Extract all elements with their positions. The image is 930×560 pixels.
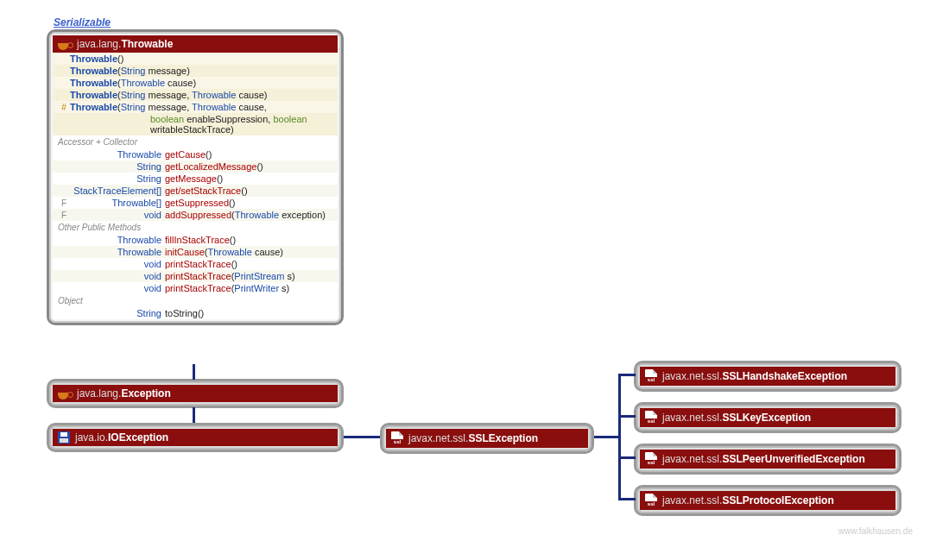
ssl-doc-icon [645, 369, 657, 383]
connector [618, 498, 636, 500]
connector [344, 436, 380, 438]
class-header-throwable: java.lang.Throwable [53, 35, 338, 53]
class-sslexception: javax.net.ssl.SSLException [380, 423, 594, 454]
class-sslkeyexception: javax.net.ssl.SSLKeyException [634, 402, 902, 433]
connector [618, 374, 621, 500]
watermark: www.falkhausen.de [838, 526, 913, 536]
class-sslpeerunverifiedexception: javax.net.ssl.SSLPeerUnverifiedException [634, 444, 902, 475]
methods-sections: Accessor + CollectorThrowablegetCause ()… [53, 135, 338, 319]
connector [193, 364, 195, 380]
class-icon [58, 387, 72, 400]
interface-serializable: Serializable [54, 16, 111, 28]
class-ioexception: java.io.IOException [47, 423, 344, 452]
ssl-doc-icon [391, 431, 403, 445]
connector [618, 456, 636, 459]
connector [594, 436, 620, 438]
save-icon [58, 431, 70, 444]
ssl-doc-icon [645, 452, 657, 466]
ssl-doc-icon [645, 494, 657, 507]
class-icon [58, 38, 72, 50]
class-sslhandshakeexception: javax.net.ssl.SSLHandshakeException [634, 361, 902, 392]
connector [618, 374, 636, 376]
class-throwable: java.lang.Throwable Throwable ()Throwabl… [47, 29, 344, 325]
constructors-section: Throwable ()Throwable (String message)Th… [53, 53, 338, 135]
ssl-doc-icon [645, 411, 657, 425]
connector [193, 407, 195, 423]
connector [618, 415, 636, 418]
class-sslprotocolexception: javax.net.ssl.SSLProtocolException [634, 485, 902, 516]
class-exception: java.lang.Exception [47, 379, 344, 408]
